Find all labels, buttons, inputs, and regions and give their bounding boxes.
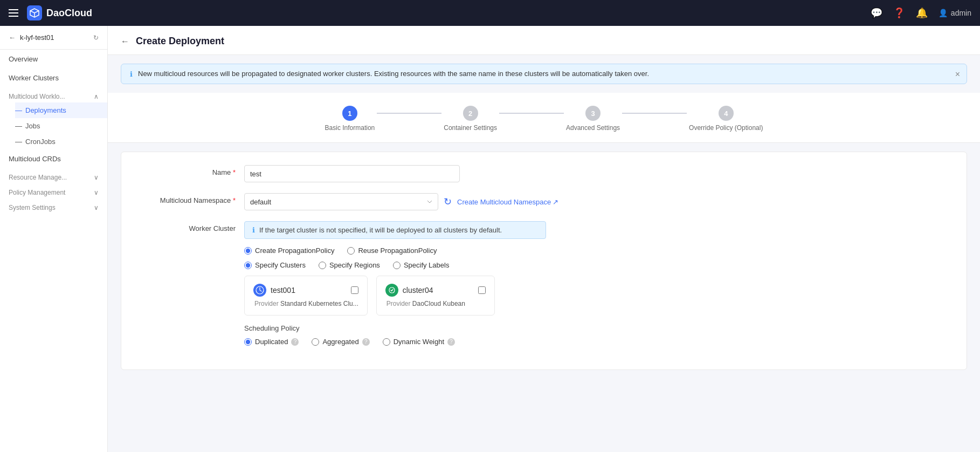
worker-cluster-content: ℹ If the target cluster is not specified… <box>244 221 557 346</box>
sidebar-section-system[interactable]: System Settings ∨ <box>0 198 107 214</box>
external-link-icon: ↗ <box>553 198 558 206</box>
create-propagation-option[interactable]: Create PropagationPolicy <box>244 246 334 255</box>
cluster-card-icon-test001 <box>253 284 266 297</box>
cluster-card-header-test001: test001 <box>253 284 358 297</box>
reuse-propagation-label: Reuse PropagationPolicy <box>358 246 437 255</box>
page-header: ← Create Deployment <box>108 26 980 55</box>
sidebar-item-cronjobs[interactable]: — CronJobs <box>15 134 107 149</box>
aggregated-help-icon[interactable]: ? <box>362 338 370 346</box>
help-icon[interactable]: ❓ <box>893 7 905 19</box>
reuse-propagation-option[interactable]: Reuse PropagationPolicy <box>347 246 437 255</box>
sidebar-label-overview: Overview <box>9 55 38 63</box>
step-group: 1 Basic Information 2 Container Settings… <box>325 106 763 132</box>
app-name: DaoCloud <box>46 8 92 19</box>
specify-labels-option[interactable]: Specify Labels <box>393 261 450 269</box>
cluster-card-test001: test001 Provider Standard Kubernetes Clu… <box>244 276 368 316</box>
sidebar-section-multicloud[interactable]: Multicloud Worklo... ∧ <box>0 87 107 102</box>
duplicated-option[interactable]: Duplicated ? <box>244 338 299 346</box>
workspace-selector[interactable]: ← k-lyf-test01 ↻ <box>0 26 107 50</box>
cluster-provider-test001: Provider Standard Kubernetes Clu... <box>253 300 358 307</box>
cluster-checkbox-test001[interactable] <box>351 286 358 294</box>
sidebar-item-deployments[interactable]: — Deployments <box>15 102 107 118</box>
specify-clusters-option[interactable]: Specify Clusters <box>244 261 306 269</box>
cluster-info-box: ℹ If the target cluster is not specified… <box>244 221 546 239</box>
step-1: 1 Basic Information <box>325 106 375 132</box>
info-banner-close[interactable]: × <box>955 70 960 79</box>
dynamic-weight-radio[interactable] <box>383 338 390 346</box>
workspace-name: k-lyf-test01 <box>20 33 54 42</box>
create-propagation-label: Create PropagationPolicy <box>255 246 334 255</box>
cluster-card-cluster04: cluster04 Provider DaoCloud Kubean <box>376 276 495 316</box>
aggregated-radio[interactable] <box>312 338 319 346</box>
notification-icon[interactable]: 🔔 <box>916 7 928 19</box>
sidebar-section-resource-icon: ∨ <box>94 174 99 181</box>
sidebar-label-worker-clusters: Worker Clusters <box>9 74 59 82</box>
sidebar-section-resource[interactable]: Resource Manage... ∨ <box>0 168 107 183</box>
sidebar-item-overview[interactable]: Overview <box>0 50 107 69</box>
sidebar: ← k-lyf-test01 ↻ Overview Worker Cluster… <box>0 26 108 452</box>
sidebar-item-worker-clusters[interactable]: Worker Clusters <box>0 69 107 87</box>
create-propagation-radio[interactable] <box>244 247 252 255</box>
sidebar-item-jobs[interactable]: — Jobs <box>15 118 107 134</box>
step-4: 4 Override Policy (Optional) <box>689 106 763 132</box>
dynamic-weight-help-icon[interactable]: ? <box>447 338 455 346</box>
propagation-options: Create PropagationPolicy Reuse Propagati… <box>244 246 557 255</box>
duplicated-help-icon[interactable]: ? <box>291 338 299 346</box>
sidebar-label-cronjobs: CronJobs <box>25 138 56 146</box>
cluster-checkbox-cluster04[interactable] <box>478 286 486 294</box>
duplicated-radio[interactable] <box>244 338 252 346</box>
sidebar-label-multicloud-crds: Multicloud CRDs <box>9 155 61 163</box>
admin-menu[interactable]: 👤 admin <box>938 9 971 17</box>
create-namespace-link[interactable]: Create Multicloud Namespace ↗ <box>457 198 558 206</box>
app-logo: DaoCloud <box>27 5 92 20</box>
sidebar-label-deployments: Deployments <box>25 106 66 114</box>
page-back-button[interactable]: ← <box>121 37 129 46</box>
step-connector-3 <box>622 113 687 114</box>
page-title: Create Deployment <box>136 36 224 47</box>
step-3-circle: 3 <box>585 106 601 121</box>
namespace-refresh-icon[interactable]: ↻ <box>444 196 452 208</box>
workspace-refresh-icon[interactable]: ↻ <box>93 34 99 42</box>
cluster-card-name-test001: test001 <box>253 284 295 297</box>
dynamic-weight-label: Dynamic Weight <box>394 338 444 346</box>
step-2-circle: 2 <box>463 106 478 121</box>
name-label: Name * <box>139 165 236 176</box>
scheduling-section: Scheduling Policy Duplicated ? Aggregate… <box>244 324 557 346</box>
specify-regions-option[interactable]: Specify Regions <box>319 261 380 269</box>
aggregated-option[interactable]: Aggregated ? <box>312 338 369 346</box>
reuse-propagation-radio[interactable] <box>347 247 355 255</box>
specify-regions-radio[interactable] <box>319 262 326 269</box>
specify-clusters-radio[interactable] <box>244 262 252 269</box>
step-1-circle: 1 <box>342 106 357 121</box>
name-input[interactable] <box>244 165 460 182</box>
sidebar-section-collapse-icon: ∧ <box>94 93 99 100</box>
dynamic-weight-option[interactable]: Dynamic Weight ? <box>383 338 455 346</box>
scheduling-options: Duplicated ? Aggregated ? Dynamic Weight <box>244 338 557 346</box>
cluster-card-name-label-test001: test001 <box>271 286 295 295</box>
sidebar-section-policy[interactable]: Policy Management ∨ <box>0 183 107 198</box>
main-content: ← Create Deployment ℹ New multicloud res… <box>108 26 980 452</box>
specify-regions-label: Specify Regions <box>329 261 380 269</box>
workspace-back-icon[interactable]: ← <box>9 33 16 42</box>
namespace-select[interactable]: default <box>244 193 438 210</box>
cluster-card-name-label-cluster04: cluster04 <box>403 286 433 295</box>
sidebar-section-multicloud-label: Multicloud Worklo... <box>9 93 65 100</box>
namespace-required: * <box>233 196 236 204</box>
sidebar-item-multicloud-crds[interactable]: Multicloud CRDs <box>0 149 107 168</box>
cluster-info-icon: ℹ <box>252 226 255 234</box>
specify-labels-radio[interactable] <box>393 262 401 269</box>
step-connector-1 <box>377 113 441 114</box>
hamburger-menu[interactable] <box>9 9 18 17</box>
step-4-label: Override Policy (Optional) <box>689 124 763 132</box>
sidebar-section-resource-label: Resource Manage... <box>9 174 67 181</box>
cluster-card-header-cluster04: cluster04 <box>385 284 486 297</box>
sidebar-section-policy-icon: ∨ <box>94 189 99 196</box>
step-connector-2 <box>499 113 564 114</box>
duplicated-label: Duplicated <box>255 338 288 346</box>
cluster-provider-cluster04: Provider DaoCloud Kubean <box>385 300 486 307</box>
worker-cluster-label: Worker Cluster <box>139 221 236 232</box>
sidebar-section-system-label: System Settings <box>9 204 56 211</box>
namespace-label: Multicloud Namespace * <box>139 193 236 204</box>
chat-icon[interactable]: 💬 <box>871 7 882 19</box>
step-2: 2 Container Settings <box>444 106 497 132</box>
